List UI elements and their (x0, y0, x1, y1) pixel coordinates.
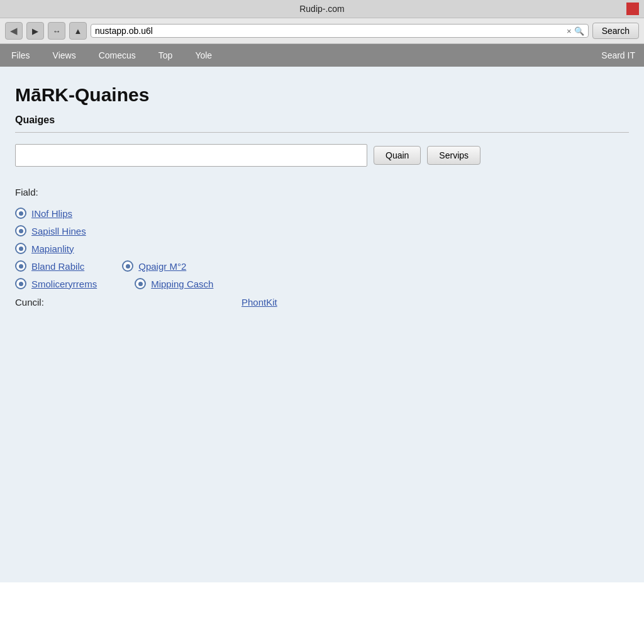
list-item: INof Hlips (15, 208, 629, 219)
close-button[interactable] (626, 3, 639, 15)
nav-item-views[interactable]: Views (42, 44, 87, 67)
bullet-icon (122, 260, 133, 272)
section-label: Quaiges (15, 114, 629, 126)
window-title: Rudip-.com (299, 4, 345, 14)
list-item: Mipping Casch (135, 278, 213, 289)
nav-search-label: Seard IT (592, 44, 644, 67)
servips-button[interactable]: Servips (427, 146, 480, 165)
list-item: Bland Rabilc (15, 260, 84, 272)
bullet-icon (15, 243, 26, 254)
links-section: INof Hlips Sapisll Hines Mapianlity Blan… (15, 208, 629, 289)
browser-toolbar: ◀ ▶ ↔ ▲ × 🔍 Search (0, 18, 644, 44)
page-title: MāRK-Quaines (15, 84, 629, 106)
divider (15, 132, 629, 133)
url-bar: × 🔍 (91, 24, 589, 38)
nav-menu: Files Views Comecus Top Yole Seard IT (0, 44, 644, 67)
phontkit-link[interactable]: PhontKit (242, 297, 277, 308)
bullet-icon (15, 208, 26, 219)
quain-button[interactable]: Quain (374, 146, 421, 165)
url-input[interactable] (95, 26, 567, 36)
two-col-row: Bland Rabilc Qpaigr M°2 (15, 260, 629, 272)
bullet-icon (135, 278, 146, 289)
nav-item-top[interactable]: Top (147, 44, 184, 67)
field-label: Fiald: (15, 187, 629, 197)
link-mipping-casch[interactable]: Mipping Casch (151, 279, 213, 289)
forward-button[interactable]: ▶ (26, 22, 44, 40)
nav-item-files[interactable]: Files (0, 44, 42, 67)
search-button[interactable]: Search (592, 23, 639, 39)
title-bar: Rudip-.com (0, 0, 644, 18)
bullet-icon (15, 278, 26, 289)
search-row: Quain Servips (15, 144, 629, 167)
link-mapianlity[interactable]: Mapianlity (31, 243, 74, 254)
link-sapisll-hines[interactable]: Sapisll Hines (31, 226, 86, 236)
bullet-icon (15, 260, 26, 272)
nav-item-yole[interactable]: Yole (184, 44, 223, 67)
search-icon: 🔍 (574, 26, 584, 36)
bottom-label: Cuncil: (15, 297, 204, 308)
home-button[interactable]: ▲ (69, 22, 87, 40)
nav-item-comecus[interactable]: Comecus (87, 44, 147, 67)
list-item: Sapisll Hines (15, 225, 629, 236)
link-smoliceryrrems[interactable]: Smoliceryrrems (31, 279, 97, 289)
main-content: MāRK-Quaines Quaiges Quain Servips Fiald… (0, 67, 644, 582)
list-item: Smoliceryrrems (15, 278, 97, 289)
list-item: Mapianlity (15, 243, 629, 254)
bottom-row: Cuncil: PhontKit (15, 297, 629, 308)
back-button[interactable]: ◀ (5, 22, 23, 40)
two-col-row: Smoliceryrrems Mipping Casch (15, 278, 629, 289)
link-inof-hlips[interactable]: INof Hlips (31, 208, 72, 219)
list-item: Qpaigr M°2 (122, 260, 186, 272)
quaiges-search-input[interactable] (15, 144, 367, 167)
link-qpaigr[interactable]: Qpaigr M°2 (138, 261, 186, 272)
link-bland-rabilc[interactable]: Bland Rabilc (31, 261, 84, 272)
swap-button[interactable]: ↔ (48, 22, 65, 40)
clear-icon[interactable]: × (567, 26, 572, 36)
bullet-icon (15, 225, 26, 236)
